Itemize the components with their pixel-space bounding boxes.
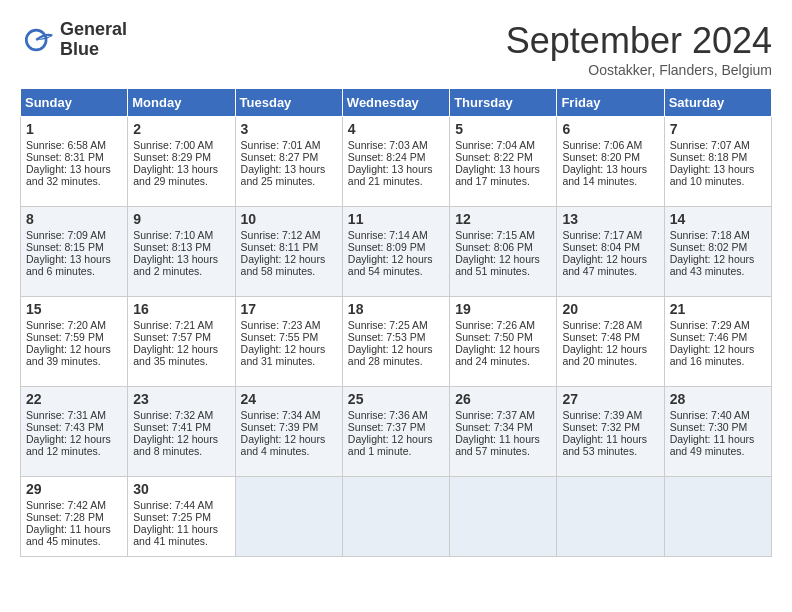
sunset-text: Sunset: 8:04 PM	[562, 241, 640, 253]
daylight-text: Daylight: 12 hours and 47 minutes.	[562, 253, 647, 277]
daylight-text: Daylight: 13 hours and 29 minutes.	[133, 163, 218, 187]
day-number: 26	[455, 391, 551, 407]
daylight-text: Daylight: 12 hours and 1 minute.	[348, 433, 433, 457]
table-row: 27 Sunrise: 7:39 AM Sunset: 7:32 PM Dayl…	[557, 387, 664, 477]
table-row: 7 Sunrise: 7:07 AM Sunset: 8:18 PM Dayli…	[664, 117, 771, 207]
logo-line2: Blue	[60, 40, 127, 60]
logo: General Blue	[20, 20, 127, 60]
daylight-text: Daylight: 13 hours and 10 minutes.	[670, 163, 755, 187]
sunrise-text: Sunrise: 7:06 AM	[562, 139, 642, 151]
sunset-text: Sunset: 8:13 PM	[133, 241, 211, 253]
sunset-text: Sunset: 8:09 PM	[348, 241, 426, 253]
day-number: 19	[455, 301, 551, 317]
table-row: 30 Sunrise: 7:44 AM Sunset: 7:25 PM Dayl…	[128, 477, 235, 557]
sunset-text: Sunset: 7:59 PM	[26, 331, 104, 343]
day-number: 13	[562, 211, 658, 227]
sunrise-text: Sunrise: 7:28 AM	[562, 319, 642, 331]
sunset-text: Sunset: 8:27 PM	[241, 151, 319, 163]
daylight-text: Daylight: 13 hours and 21 minutes.	[348, 163, 433, 187]
table-row: 17 Sunrise: 7:23 AM Sunset: 7:55 PM Dayl…	[235, 297, 342, 387]
table-row	[450, 477, 557, 557]
sunset-text: Sunset: 7:50 PM	[455, 331, 533, 343]
sunset-text: Sunset: 7:43 PM	[26, 421, 104, 433]
sunset-text: Sunset: 8:20 PM	[562, 151, 640, 163]
sunset-text: Sunset: 8:15 PM	[26, 241, 104, 253]
sunrise-text: Sunrise: 7:40 AM	[670, 409, 750, 421]
sunset-text: Sunset: 8:02 PM	[670, 241, 748, 253]
sunset-text: Sunset: 7:25 PM	[133, 511, 211, 523]
sunset-text: Sunset: 7:57 PM	[133, 331, 211, 343]
daylight-text: Daylight: 12 hours and 16 minutes.	[670, 343, 755, 367]
day-number: 8	[26, 211, 122, 227]
daylight-text: Daylight: 13 hours and 32 minutes.	[26, 163, 111, 187]
sunrise-text: Sunrise: 7:00 AM	[133, 139, 213, 151]
sunrise-text: Sunrise: 7:37 AM	[455, 409, 535, 421]
day-number: 6	[562, 121, 658, 137]
sunrise-text: Sunrise: 7:34 AM	[241, 409, 321, 421]
table-row: 21 Sunrise: 7:29 AM Sunset: 7:46 PM Dayl…	[664, 297, 771, 387]
day-number: 14	[670, 211, 766, 227]
table-row: 8 Sunrise: 7:09 AM Sunset: 8:15 PM Dayli…	[21, 207, 128, 297]
day-number: 20	[562, 301, 658, 317]
table-row: 16 Sunrise: 7:21 AM Sunset: 7:57 PM Dayl…	[128, 297, 235, 387]
daylight-text: Daylight: 12 hours and 28 minutes.	[348, 343, 433, 367]
daylight-text: Daylight: 12 hours and 35 minutes.	[133, 343, 218, 367]
sunrise-text: Sunrise: 6:58 AM	[26, 139, 106, 151]
day-number: 4	[348, 121, 444, 137]
daylight-text: Daylight: 12 hours and 54 minutes.	[348, 253, 433, 277]
sunset-text: Sunset: 8:11 PM	[241, 241, 319, 253]
day-number: 21	[670, 301, 766, 317]
page-header: General Blue September 2024 Oostakker, F…	[20, 20, 772, 78]
sunset-text: Sunset: 8:24 PM	[348, 151, 426, 163]
table-row: 28 Sunrise: 7:40 AM Sunset: 7:30 PM Dayl…	[664, 387, 771, 477]
daylight-text: Daylight: 13 hours and 25 minutes.	[241, 163, 326, 187]
sunrise-text: Sunrise: 7:12 AM	[241, 229, 321, 241]
daylight-text: Daylight: 12 hours and 31 minutes.	[241, 343, 326, 367]
table-row: 24 Sunrise: 7:34 AM Sunset: 7:39 PM Dayl…	[235, 387, 342, 477]
day-number: 11	[348, 211, 444, 227]
sunrise-text: Sunrise: 7:39 AM	[562, 409, 642, 421]
table-row	[664, 477, 771, 557]
sunrise-text: Sunrise: 7:25 AM	[348, 319, 428, 331]
sunset-text: Sunset: 8:31 PM	[26, 151, 104, 163]
calendar-week-row: 29 Sunrise: 7:42 AM Sunset: 7:28 PM Dayl…	[21, 477, 772, 557]
daylight-text: Daylight: 13 hours and 6 minutes.	[26, 253, 111, 277]
sunrise-text: Sunrise: 7:15 AM	[455, 229, 535, 241]
table-row: 22 Sunrise: 7:31 AM Sunset: 7:43 PM Dayl…	[21, 387, 128, 477]
sunset-text: Sunset: 7:46 PM	[670, 331, 748, 343]
col-wednesday: Wednesday	[342, 89, 449, 117]
table-row: 3 Sunrise: 7:01 AM Sunset: 8:27 PM Dayli…	[235, 117, 342, 207]
sunrise-text: Sunrise: 7:42 AM	[26, 499, 106, 511]
sunset-text: Sunset: 8:22 PM	[455, 151, 533, 163]
table-row: 14 Sunrise: 7:18 AM Sunset: 8:02 PM Dayl…	[664, 207, 771, 297]
sunrise-text: Sunrise: 7:18 AM	[670, 229, 750, 241]
daylight-text: Daylight: 12 hours and 58 minutes.	[241, 253, 326, 277]
day-number: 12	[455, 211, 551, 227]
table-row: 2 Sunrise: 7:00 AM Sunset: 8:29 PM Dayli…	[128, 117, 235, 207]
day-number: 3	[241, 121, 337, 137]
sunrise-text: Sunrise: 7:04 AM	[455, 139, 535, 151]
daylight-text: Daylight: 11 hours and 57 minutes.	[455, 433, 540, 457]
daylight-text: Daylight: 11 hours and 49 minutes.	[670, 433, 755, 457]
title-block: September 2024 Oostakker, Flanders, Belg…	[506, 20, 772, 78]
sunrise-text: Sunrise: 7:01 AM	[241, 139, 321, 151]
table-row: 9 Sunrise: 7:10 AM Sunset: 8:13 PM Dayli…	[128, 207, 235, 297]
calendar-table: Sunday Monday Tuesday Wednesday Thursday…	[20, 88, 772, 557]
sunset-text: Sunset: 7:37 PM	[348, 421, 426, 433]
day-number: 2	[133, 121, 229, 137]
day-number: 24	[241, 391, 337, 407]
sunset-text: Sunset: 8:06 PM	[455, 241, 533, 253]
daylight-text: Daylight: 12 hours and 20 minutes.	[562, 343, 647, 367]
sunset-text: Sunset: 7:34 PM	[455, 421, 533, 433]
table-row: 6 Sunrise: 7:06 AM Sunset: 8:20 PM Dayli…	[557, 117, 664, 207]
sunrise-text: Sunrise: 7:14 AM	[348, 229, 428, 241]
day-number: 28	[670, 391, 766, 407]
day-number: 30	[133, 481, 229, 497]
daylight-text: Daylight: 11 hours and 41 minutes.	[133, 523, 218, 547]
table-row: 26 Sunrise: 7:37 AM Sunset: 7:34 PM Dayl…	[450, 387, 557, 477]
day-number: 23	[133, 391, 229, 407]
calendar-week-row: 1 Sunrise: 6:58 AM Sunset: 8:31 PM Dayli…	[21, 117, 772, 207]
calendar-week-row: 15 Sunrise: 7:20 AM Sunset: 7:59 PM Dayl…	[21, 297, 772, 387]
table-row: 25 Sunrise: 7:36 AM Sunset: 7:37 PM Dayl…	[342, 387, 449, 477]
daylight-text: Daylight: 13 hours and 2 minutes.	[133, 253, 218, 277]
